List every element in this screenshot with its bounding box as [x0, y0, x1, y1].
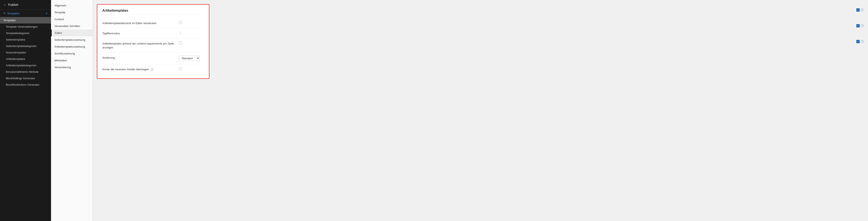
chevron-down-icon: ∨	[45, 12, 48, 15]
nav-item-content[interactable]: Content	[51, 16, 92, 23]
sidebar-item-benutzerdefinierte-attribute[interactable]: Benutzerdefinierte Attribute	[0, 69, 51, 75]
right-row-2: ?	[856, 24, 864, 28]
sidebar-item-seitentemplates[interactable]: Seitentemplates	[0, 36, 51, 43]
sidebar-title: Publish	[8, 3, 18, 6]
setting-row-neueste-inhalte: Immer die neuesten Inhalte übertragen ?	[102, 64, 204, 74]
nav-item-editor[interactable]: Editor	[51, 30, 92, 36]
sidebar-item-artikeltemplatekategorien[interactable]: Artikeltemplatekategorien	[0, 62, 51, 69]
label-hide-overview: Artikeltemplateübersicht im Editor verst…	[102, 21, 176, 25]
label-sortierung: Sortierung	[102, 56, 176, 60]
article-templates-box: Artikeltemplates Artikeltemplateübersich…	[97, 4, 209, 79]
nav-item-artikeltemplatezuweisung[interactable]: Artikeltemplatezuweisung	[51, 43, 92, 50]
checkbox-neueste-inhalte[interactable]	[179, 67, 182, 70]
sidebar-item-blocksettings-generator[interactable]: BlockSettings Generator	[0, 75, 51, 81]
right-row-1: ?	[856, 8, 864, 12]
right-row-3: ?	[856, 40, 864, 43]
label-content-requirements: Artikeltemplates anhand der content-requ…	[102, 41, 176, 49]
nav-item-verwendete-schriften[interactable]: Verwendete Schriften	[51, 23, 92, 30]
setting-row-content-requirements: Artikeltemplates anhand der content-requ…	[102, 38, 204, 52]
checkbox-content-requirements[interactable]	[179, 41, 182, 44]
right-help-icon-1[interactable]: ?	[861, 8, 864, 12]
control-sortierung: Standard	[179, 56, 204, 61]
right-checkbox-3[interactable]	[856, 40, 860, 43]
nav-item-seitentemplatezuweisung[interactable]: Seitentemplatezuweisung	[51, 36, 92, 43]
sidebar-item-template-voreinstellungen[interactable]: Template Voreinstellungen	[0, 24, 51, 30]
right-checkbox-2[interactable]	[856, 24, 860, 28]
control-tagfilter: ⋮	[179, 31, 204, 35]
control-content-requirements	[179, 41, 204, 44]
back-button[interactable]: ← Publish	[0, 0, 51, 9]
sidebar-item-blockrestrictions-generator[interactable]: BlockRestrictions Generator	[0, 81, 51, 88]
right-help-icon-2[interactable]: ?	[861, 24, 864, 28]
label-neueste-inhalte: Immer die neuesten Inhalte übertragen ?	[102, 67, 176, 71]
label-tagfilter: Tagfiltermodus	[102, 31, 176, 35]
sidebar-item-nutzentemplates[interactable]: Nutzentemplates	[0, 49, 51, 56]
templates-section-label: Templates	[7, 12, 19, 15]
control-hide-overview	[179, 21, 204, 24]
nav-item-allgemein[interactable]: Allgemein	[51, 2, 92, 9]
right-help-icon-3[interactable]: ?	[861, 40, 864, 43]
nav-item-template[interactable]: Template	[51, 9, 92, 16]
back-arrow-icon: ←	[3, 3, 6, 6]
setting-row-sortierung: Sortierung Standard	[102, 52, 204, 64]
sidebar-item-artikeltemplates[interactable]: Artikeltemplates	[0, 56, 51, 62]
help-circle-icon-inline[interactable]: ?	[151, 68, 154, 71]
control-neueste-inhalte	[179, 67, 204, 70]
tagfilter-dropdown-dots[interactable]: ⋮	[179, 31, 182, 35]
setting-row-tagfilter: Tagfiltermodus ⋮	[102, 28, 204, 38]
edit-icon: ✎	[3, 12, 6, 15]
sidebar-item-templatekategorien[interactable]: Templatekategorien	[0, 30, 51, 36]
sidebar: ← Publish ✎ Templates ∨ Templates Templa…	[0, 0, 51, 221]
nav-item-versionierung[interactable]: Versionierung	[51, 64, 92, 71]
article-templates-heading: Artikeltemplates	[102, 9, 204, 15]
nav-item-metadaten[interactable]: Metadaten	[51, 57, 92, 64]
middle-navigation: Allgemein Template Content Verwendete Sc…	[51, 0, 93, 221]
setting-row-hide-overview: Artikeltemplateübersicht im Editor verst…	[102, 18, 204, 28]
sortierung-select[interactable]: Standard	[179, 56, 200, 61]
right-checkbox-1[interactable]	[856, 8, 860, 12]
sidebar-item-templates-active[interactable]: Templates	[0, 17, 51, 24]
templates-section-header[interactable]: ✎ Templates ∨	[0, 9, 51, 17]
right-side-controls: ? ? ?	[856, 4, 864, 217]
main-content-area: Artikeltemplates Artikeltemplateübersich…	[93, 0, 868, 221]
settings-panel: Artikeltemplates Artikeltemplateübersich…	[97, 4, 852, 217]
checkbox-hide-overview[interactable]	[179, 21, 182, 24]
nav-item-schriftzuweisung[interactable]: Schriftzuweisung	[51, 50, 92, 57]
sidebar-item-seitentemplatekategorien[interactable]: Seitentemplatekategorien	[0, 43, 51, 49]
